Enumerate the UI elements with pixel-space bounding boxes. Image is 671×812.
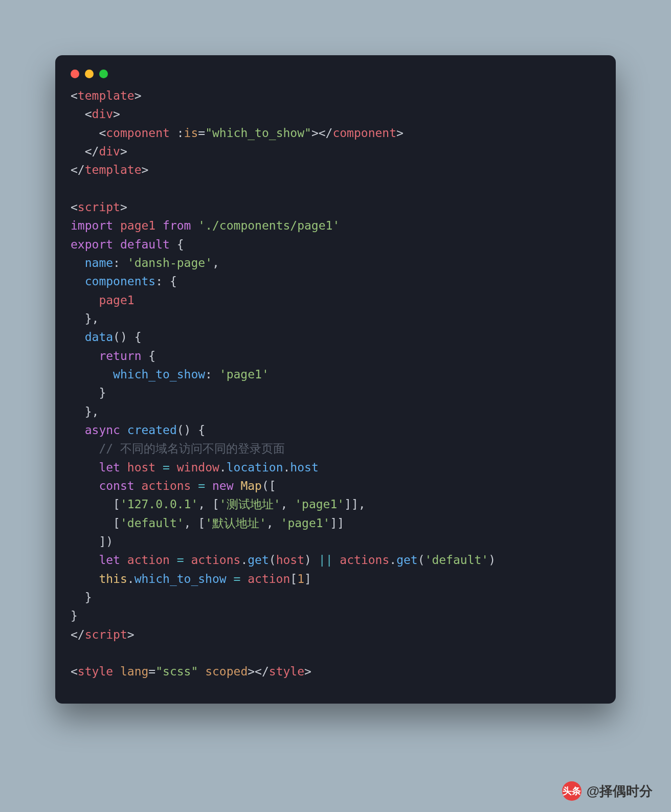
code-block: <template> <div> <component :is="which_t… (55, 86, 616, 681)
zoom-icon[interactable] (99, 70, 108, 78)
minimize-icon[interactable] (85, 70, 94, 78)
code-window: <template> <div> <component :is="which_t… (55, 55, 616, 704)
close-icon[interactable] (71, 70, 79, 78)
watermark-handle: @择偶时分 (587, 782, 653, 800)
watermark: 头条 @择偶时分 (562, 781, 653, 801)
window-traffic-lights (55, 70, 616, 86)
logo-text: 头条 (563, 785, 581, 797)
toutiao-logo-icon: 头条 (562, 781, 581, 801)
